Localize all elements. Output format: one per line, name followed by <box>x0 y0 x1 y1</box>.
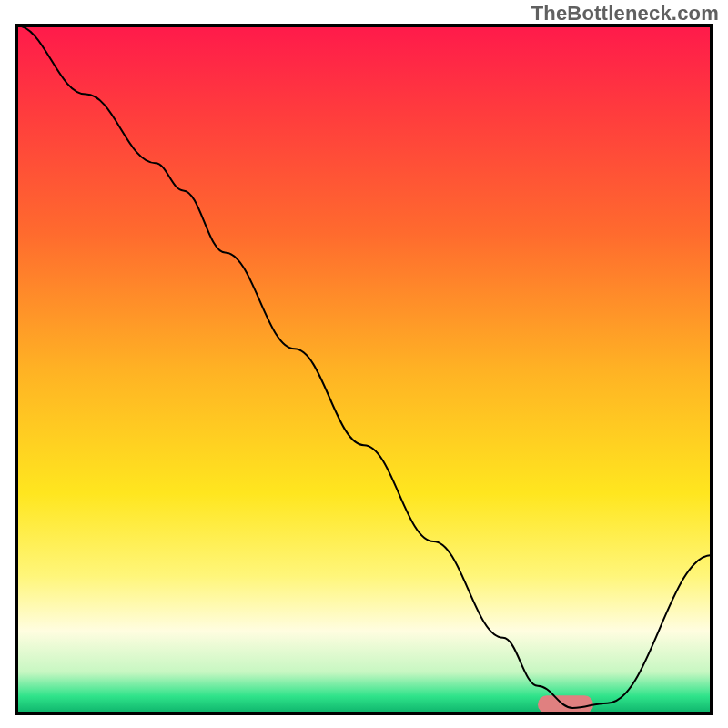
bottleneck-chart <box>0 0 728 728</box>
optimal-zone-marker <box>538 695 593 713</box>
chart-frame: TheBottleneck.com <box>0 0 728 728</box>
